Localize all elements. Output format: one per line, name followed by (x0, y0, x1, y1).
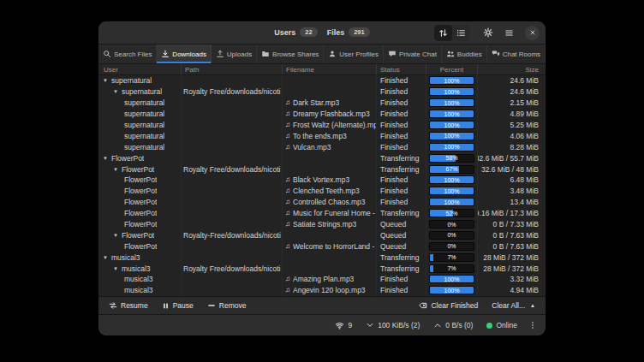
status-cell: Finished (377, 186, 426, 197)
tab-search-files[interactable]: Search Files (98, 45, 157, 63)
table-header: User Path Filename Status Percent Size (98, 64, 546, 75)
percent-cell: 58% (426, 152, 478, 163)
resume-button[interactable]: Resume (103, 300, 154, 312)
table-row[interactable]: FlowerPot♫Black Vortex.mp3Finished100%6.… (98, 175, 546, 186)
percent-cell: 100% (426, 120, 478, 131)
tab-bar: Search Files Downloads Uploads Browse Sh… (98, 45, 546, 64)
table-row[interactable]: FlowerPot♫Satiate Strings.mp3Queued0%0 B… (98, 219, 546, 230)
status-menu-button[interactable] (525, 318, 540, 332)
col-user[interactable]: User (98, 64, 182, 74)
expander-icon[interactable]: ▼ (103, 255, 108, 260)
table-row[interactable]: ▼FlowerPotRoyalty-Free/downloads/nicotiQ… (98, 229, 546, 240)
kebab-icon (528, 321, 537, 329)
connections-count: 9 (348, 321, 352, 329)
expander-icon[interactable]: ▼ (113, 266, 118, 271)
filename-cell: Welcome to HorrorLand - hi.mp3 (293, 242, 376, 251)
table-row[interactable]: FlowerPot♫Music for Funeral Home - Part … (98, 208, 546, 219)
clear-icon (419, 301, 427, 310)
downloads-table: ▼supernaturalFinished100%24.6 MiB ▼super… (98, 75, 546, 296)
size-cell: 0 B / 7.63 MiB (478, 229, 546, 240)
table-row[interactable]: FlowerPot♫Controlled Chaos.mp3Finished10… (98, 197, 546, 208)
table-row[interactable]: ▼FlowerPotTransferring58%32.6 MiB / 55.7… (98, 152, 546, 163)
chevron-up-icon (433, 321, 442, 329)
music-note-icon: ♫ (285, 99, 290, 106)
download-rate-item[interactable]: 100 KiB/s (2) (360, 318, 426, 332)
main-menu-button[interactable] (500, 25, 518, 41)
tab-buddies[interactable]: Buddies (442, 45, 487, 63)
user-cell: supernatural (122, 87, 162, 96)
status-cell: Finished (377, 175, 426, 186)
table-row[interactable]: ▼supernaturalFinished100%24.6 MiB (98, 75, 546, 86)
size-cell: 28 MiB / 372 MiB (478, 252, 546, 263)
col-path[interactable]: Path (182, 64, 283, 74)
filename-cell: Vulcan.mp3 (293, 143, 331, 151)
user-cell: FlowerPot (124, 242, 157, 251)
clear-finished-button[interactable]: Clear Finished (413, 300, 484, 312)
percent-label: 100% (430, 110, 474, 117)
col-size[interactable]: Size (478, 64, 546, 74)
table-row[interactable]: musical3♫Angevin 120 loop.mp3Finished100… (98, 285, 546, 296)
tab-private-chat[interactable]: Private Chat (384, 45, 442, 63)
tab-label: Browse Shares (272, 50, 319, 58)
remove-button[interactable]: Remove (201, 300, 253, 312)
tab-label: Chat Rooms (503, 50, 540, 58)
tab-user-profiles[interactable]: User Profiles (324, 45, 384, 63)
close-button[interactable] (525, 26, 540, 40)
list-toggle-button[interactable] (452, 25, 470, 41)
clear-finished-label: Clear Finished (431, 301, 478, 310)
col-percent[interactable]: Percent (426, 64, 478, 74)
expander-icon[interactable]: ▼ (103, 78, 108, 83)
table-row[interactable]: ▼musical3Royalty Free/downloads/nicotiTr… (98, 263, 546, 274)
col-filename[interactable]: Filename (283, 64, 377, 74)
table-row[interactable]: ▼supernaturalRoyalty Free/downloads/nico… (98, 86, 546, 98)
table-row[interactable]: supernatural♫To the ends.mp3Finished100%… (98, 130, 546, 141)
transfers-toggle-button[interactable] (434, 25, 452, 41)
upload-rate: 0 B/s (0) (445, 321, 473, 329)
expander-icon[interactable]: ▼ (103, 156, 108, 161)
size-cell: 9.16 MiB / 17.3 MiB (478, 208, 546, 219)
table-row[interactable]: musical3♫Amazing Plan.mp3Finished100%3.3… (98, 274, 546, 285)
user-cell: supernatural (124, 121, 164, 129)
connections-item[interactable]: 9 (329, 318, 358, 333)
expander-icon[interactable]: ▼ (113, 233, 118, 238)
expander-icon[interactable]: ▼ (113, 89, 118, 94)
online-status-item[interactable]: Online (480, 318, 523, 332)
status-cell: Transferring (377, 263, 426, 274)
table-row[interactable]: FlowerPot♫Welcome to HorrorLand - hi.mp3… (98, 240, 546, 252)
upload-rate-item[interactable]: 0 B/s (0) (427, 318, 479, 332)
size-cell: 0 B / 7.33 MiB (478, 219, 546, 230)
app-window: Users 22 Files 291 (98, 21, 546, 335)
table-row[interactable]: ▼musical3Transferring7%28 MiB / 372 MiB (98, 252, 546, 263)
gear-icon (483, 27, 493, 38)
table-row[interactable]: supernatural♫Vulcan.mp3Finished100%8.28 … (98, 141, 546, 152)
status-cell: Finished (377, 98, 426, 109)
tab-uploads[interactable]: Uploads (212, 45, 257, 63)
table-row[interactable]: supernatural♫Dark Star.mp3Finished100%2.… (98, 98, 546, 109)
users-count-badge: 22 (300, 27, 317, 38)
clear-all-button[interactable]: Clear All... ▲ (486, 300, 541, 312)
table-row[interactable]: FlowerPot♫Clenched Teeth.mp3Finished100%… (98, 186, 546, 197)
status-cell: Transferring (377, 208, 426, 219)
upload-icon (216, 50, 224, 58)
path-cell: Royalty Free/downloads/nicoti (182, 263, 283, 274)
status-cell: Transferring (377, 252, 426, 263)
filename-cell: Satiate Strings.mp3 (293, 220, 356, 228)
col-status[interactable]: Status (377, 64, 426, 74)
table-row[interactable]: supernatural♫Dreamy Flashback.mp3Finishe… (98, 109, 546, 120)
preferences-button[interactable] (479, 25, 497, 41)
music-note-icon: ♫ (285, 110, 290, 117)
menu-up-arrow-icon: ▲ (530, 303, 535, 308)
path-cell: Royalty Free/downloads/nicoti (182, 86, 283, 98)
music-note-icon: ♫ (285, 176, 290, 183)
user-cell: FlowerPot (124, 209, 157, 217)
tab-downloads[interactable]: Downloads (157, 45, 211, 63)
table-row[interactable]: ▼FlowerPotRoyalty Free/downloads/nicotiT… (98, 163, 546, 175)
tab-browse-shares[interactable]: Browse Shares (257, 45, 324, 63)
expander-icon[interactable]: ▼ (113, 167, 118, 172)
filename-cell: Music for Funeral Home - Part 1 (293, 209, 376, 217)
size-cell: 3.32 MiB (478, 274, 546, 285)
percent-cell: 100% (426, 186, 478, 197)
pause-button[interactable]: Pause (156, 300, 200, 312)
tab-chat-rooms[interactable]: Chat Rooms (487, 45, 546, 63)
table-row[interactable]: supernatural♫Frost Waltz (Alternate).mp3… (98, 120, 546, 131)
